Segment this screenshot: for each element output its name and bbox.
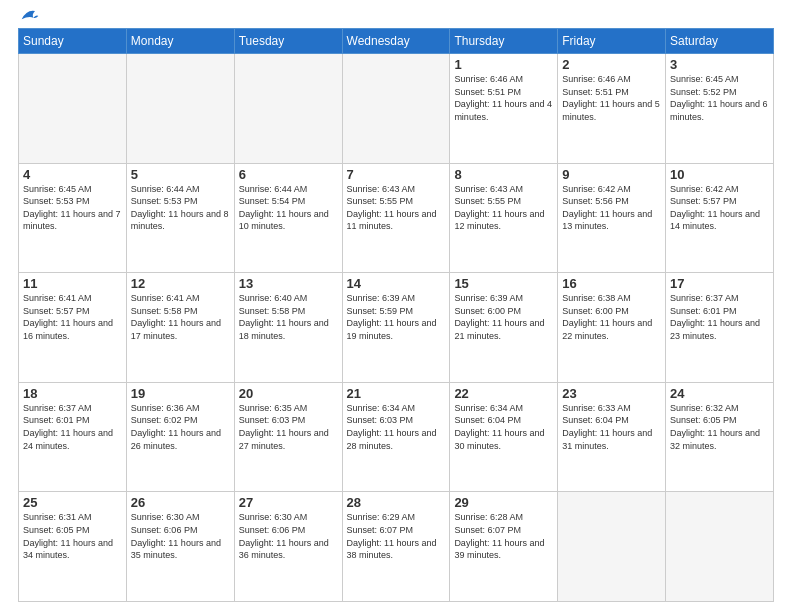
day-info: Sunrise: 6:40 AM Sunset: 5:58 PM Dayligh…	[239, 292, 338, 342]
day-number: 3	[670, 57, 769, 72]
day-number: 25	[23, 495, 122, 510]
day-info: Sunrise: 6:36 AM Sunset: 6:02 PM Dayligh…	[131, 402, 230, 452]
day-info: Sunrise: 6:34 AM Sunset: 6:03 PM Dayligh…	[347, 402, 446, 452]
day-info: Sunrise: 6:43 AM Sunset: 5:55 PM Dayligh…	[347, 183, 446, 233]
calendar-cell: 24Sunrise: 6:32 AM Sunset: 6:05 PM Dayli…	[666, 382, 774, 492]
day-number: 17	[670, 276, 769, 291]
calendar-cell: 19Sunrise: 6:36 AM Sunset: 6:02 PM Dayli…	[126, 382, 234, 492]
calendar-cell: 4Sunrise: 6:45 AM Sunset: 5:53 PM Daylig…	[19, 163, 127, 273]
calendar-cell: 17Sunrise: 6:37 AM Sunset: 6:01 PM Dayli…	[666, 273, 774, 383]
calendar-cell	[666, 492, 774, 602]
day-info: Sunrise: 6:34 AM Sunset: 6:04 PM Dayligh…	[454, 402, 553, 452]
day-info: Sunrise: 6:37 AM Sunset: 6:01 PM Dayligh…	[670, 292, 769, 342]
day-number: 6	[239, 167, 338, 182]
day-number: 13	[239, 276, 338, 291]
calendar-cell	[234, 54, 342, 164]
calendar-cell: 21Sunrise: 6:34 AM Sunset: 6:03 PM Dayli…	[342, 382, 450, 492]
calendar-week-row: 11Sunrise: 6:41 AM Sunset: 5:57 PM Dayli…	[19, 273, 774, 383]
day-number: 5	[131, 167, 230, 182]
day-info: Sunrise: 6:38 AM Sunset: 6:00 PM Dayligh…	[562, 292, 661, 342]
calendar-cell: 18Sunrise: 6:37 AM Sunset: 6:01 PM Dayli…	[19, 382, 127, 492]
calendar-cell: 28Sunrise: 6:29 AM Sunset: 6:07 PM Dayli…	[342, 492, 450, 602]
calendar-week-row: 4Sunrise: 6:45 AM Sunset: 5:53 PM Daylig…	[19, 163, 774, 273]
calendar-cell: 9Sunrise: 6:42 AM Sunset: 5:56 PM Daylig…	[558, 163, 666, 273]
calendar-cell: 15Sunrise: 6:39 AM Sunset: 6:00 PM Dayli…	[450, 273, 558, 383]
calendar-cell: 3Sunrise: 6:45 AM Sunset: 5:52 PM Daylig…	[666, 54, 774, 164]
day-info: Sunrise: 6:28 AM Sunset: 6:07 PM Dayligh…	[454, 511, 553, 561]
day-number: 28	[347, 495, 446, 510]
page: SundayMondayTuesdayWednesdayThursdayFrid…	[0, 0, 792, 612]
calendar-cell	[126, 54, 234, 164]
day-info: Sunrise: 6:45 AM Sunset: 5:52 PM Dayligh…	[670, 73, 769, 123]
day-number: 27	[239, 495, 338, 510]
calendar-week-row: 18Sunrise: 6:37 AM Sunset: 6:01 PM Dayli…	[19, 382, 774, 492]
calendar-cell: 14Sunrise: 6:39 AM Sunset: 5:59 PM Dayli…	[342, 273, 450, 383]
calendar-cell: 26Sunrise: 6:30 AM Sunset: 6:06 PM Dayli…	[126, 492, 234, 602]
logo-bird-icon	[20, 6, 40, 26]
day-number: 7	[347, 167, 446, 182]
day-number: 4	[23, 167, 122, 182]
calendar-header-wednesday: Wednesday	[342, 29, 450, 54]
calendar-cell: 16Sunrise: 6:38 AM Sunset: 6:00 PM Dayli…	[558, 273, 666, 383]
calendar-cell: 11Sunrise: 6:41 AM Sunset: 5:57 PM Dayli…	[19, 273, 127, 383]
day-number: 29	[454, 495, 553, 510]
day-number: 2	[562, 57, 661, 72]
day-number: 8	[454, 167, 553, 182]
day-info: Sunrise: 6:31 AM Sunset: 6:05 PM Dayligh…	[23, 511, 122, 561]
day-info: Sunrise: 6:30 AM Sunset: 6:06 PM Dayligh…	[131, 511, 230, 561]
calendar-table: SundayMondayTuesdayWednesdayThursdayFrid…	[18, 28, 774, 602]
calendar-cell: 29Sunrise: 6:28 AM Sunset: 6:07 PM Dayli…	[450, 492, 558, 602]
day-number: 11	[23, 276, 122, 291]
calendar-cell: 25Sunrise: 6:31 AM Sunset: 6:05 PM Dayli…	[19, 492, 127, 602]
day-number: 26	[131, 495, 230, 510]
day-number: 1	[454, 57, 553, 72]
calendar-cell: 22Sunrise: 6:34 AM Sunset: 6:04 PM Dayli…	[450, 382, 558, 492]
day-number: 16	[562, 276, 661, 291]
calendar-week-row: 1Sunrise: 6:46 AM Sunset: 5:51 PM Daylig…	[19, 54, 774, 164]
calendar-cell: 2Sunrise: 6:46 AM Sunset: 5:51 PM Daylig…	[558, 54, 666, 164]
calendar-cell: 6Sunrise: 6:44 AM Sunset: 5:54 PM Daylig…	[234, 163, 342, 273]
calendar-header-row: SundayMondayTuesdayWednesdayThursdayFrid…	[19, 29, 774, 54]
calendar-header-friday: Friday	[558, 29, 666, 54]
day-info: Sunrise: 6:29 AM Sunset: 6:07 PM Dayligh…	[347, 511, 446, 561]
day-info: Sunrise: 6:32 AM Sunset: 6:05 PM Dayligh…	[670, 402, 769, 452]
day-info: Sunrise: 6:39 AM Sunset: 5:59 PM Dayligh…	[347, 292, 446, 342]
calendar-header-sunday: Sunday	[19, 29, 127, 54]
calendar-header-thursday: Thursday	[450, 29, 558, 54]
calendar-header-saturday: Saturday	[666, 29, 774, 54]
day-number: 18	[23, 386, 122, 401]
day-info: Sunrise: 6:41 AM Sunset: 5:57 PM Dayligh…	[23, 292, 122, 342]
calendar-week-row: 25Sunrise: 6:31 AM Sunset: 6:05 PM Dayli…	[19, 492, 774, 602]
calendar-cell	[342, 54, 450, 164]
day-number: 14	[347, 276, 446, 291]
header	[18, 16, 774, 20]
calendar-header-monday: Monday	[126, 29, 234, 54]
day-info: Sunrise: 6:44 AM Sunset: 5:53 PM Dayligh…	[131, 183, 230, 233]
day-number: 23	[562, 386, 661, 401]
calendar-cell: 8Sunrise: 6:43 AM Sunset: 5:55 PM Daylig…	[450, 163, 558, 273]
calendar-cell: 1Sunrise: 6:46 AM Sunset: 5:51 PM Daylig…	[450, 54, 558, 164]
calendar-cell	[19, 54, 127, 164]
day-number: 24	[670, 386, 769, 401]
calendar-header-tuesday: Tuesday	[234, 29, 342, 54]
day-number: 9	[562, 167, 661, 182]
day-info: Sunrise: 6:46 AM Sunset: 5:51 PM Dayligh…	[454, 73, 553, 123]
calendar-cell: 7Sunrise: 6:43 AM Sunset: 5:55 PM Daylig…	[342, 163, 450, 273]
day-info: Sunrise: 6:30 AM Sunset: 6:06 PM Dayligh…	[239, 511, 338, 561]
day-info: Sunrise: 6:37 AM Sunset: 6:01 PM Dayligh…	[23, 402, 122, 452]
calendar-cell	[558, 492, 666, 602]
day-info: Sunrise: 6:42 AM Sunset: 5:56 PM Dayligh…	[562, 183, 661, 233]
day-info: Sunrise: 6:46 AM Sunset: 5:51 PM Dayligh…	[562, 73, 661, 123]
day-info: Sunrise: 6:42 AM Sunset: 5:57 PM Dayligh…	[670, 183, 769, 233]
calendar-cell: 23Sunrise: 6:33 AM Sunset: 6:04 PM Dayli…	[558, 382, 666, 492]
day-info: Sunrise: 6:44 AM Sunset: 5:54 PM Dayligh…	[239, 183, 338, 233]
day-info: Sunrise: 6:45 AM Sunset: 5:53 PM Dayligh…	[23, 183, 122, 233]
calendar-cell: 13Sunrise: 6:40 AM Sunset: 5:58 PM Dayli…	[234, 273, 342, 383]
day-number: 22	[454, 386, 553, 401]
day-number: 15	[454, 276, 553, 291]
logo	[18, 16, 40, 20]
day-info: Sunrise: 6:39 AM Sunset: 6:00 PM Dayligh…	[454, 292, 553, 342]
day-number: 12	[131, 276, 230, 291]
day-info: Sunrise: 6:41 AM Sunset: 5:58 PM Dayligh…	[131, 292, 230, 342]
day-info: Sunrise: 6:43 AM Sunset: 5:55 PM Dayligh…	[454, 183, 553, 233]
